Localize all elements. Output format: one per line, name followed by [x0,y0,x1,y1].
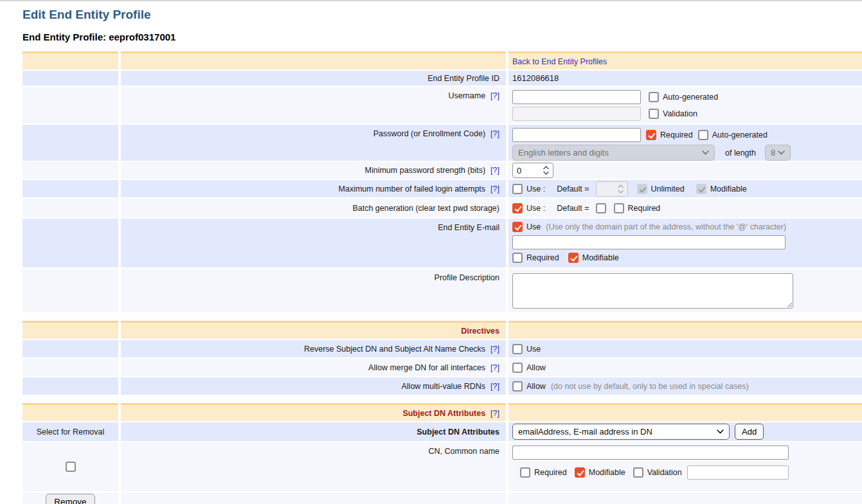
row-spacer-cell [22,71,118,86]
header-spacer-cell [22,321,118,339]
cn-validation-label: Validation [647,468,682,477]
multivalue-rdn-help-link[interactable]: [?] [490,382,499,391]
email-domain-input[interactable] [512,235,786,249]
password-charset-value: English letters and digits [518,148,609,158]
multivalue-rdn-field-cell: Allow (do not use by default, only to be… [508,377,862,395]
back-to-profiles-link[interactable]: Back to End Entity Profiles [512,57,607,66]
row-spacer-cell [22,377,118,395]
reverse-dn-use-label: Use [526,345,541,354]
cn-required-checkbox[interactable] [520,467,530,478]
batch-required-checkbox[interactable] [614,203,624,213]
password-help-link[interactable]: [?] [490,129,499,138]
username-input[interactable] [512,90,641,104]
subject-dn-header: Subject DN Attributes [402,409,485,418]
password-required-checkbox[interactable] [646,130,656,140]
cn-validation-input[interactable] [687,465,789,480]
attributes-label: Subject DN Attributes [417,428,499,437]
chevron-down-icon [717,429,724,434]
max-failed-default-label: Default = [557,184,589,194]
add-attribute-button[interactable]: Add [735,424,764,440]
max-failed-help-link[interactable]: [?] [490,184,499,194]
password-required-label: Required [660,130,693,140]
description-textarea[interactable] [512,273,793,309]
attributes-field-cell: emailAddress, E-mail address in DN Add [508,422,862,441]
username-label: Username [448,91,485,100]
batch-label: Batch generation (clear text pwd storage… [352,204,499,213]
password-label-cell: Password (or Enrollment Code) [?] [121,125,506,161]
remove-button-cell: Remove [22,492,118,504]
max-failed-use-checkbox[interactable] [512,184,523,194]
username-validation-checkbox[interactable] [649,109,659,119]
batch-use-checkbox[interactable] [512,203,523,213]
multivalue-rdn-allow-label: Allow [526,382,546,391]
remove-button[interactable]: Remove [46,494,94,504]
reverse-dn-help-link[interactable]: [?] [490,345,499,354]
select-for-removal-label: Select for Removal [37,428,105,437]
email-required-checkbox[interactable] [512,253,523,263]
max-failed-modifiable-label: Modifiable [710,184,747,194]
reverse-dn-label-cell: Reverse Subject DN and Subject Alt Name … [121,340,506,357]
row-spacer-cell [22,219,118,267]
password-of-length-label: of length [725,148,756,158]
min-strength-help-link[interactable]: [?] [490,166,499,175]
cn-removal-checkbox[interactable] [66,462,76,472]
reverse-dn-label: Reverse Subject DN and Subject Alt Name … [304,345,485,354]
subject-dn-help-link[interactable]: [?] [490,409,499,418]
description-label: Profile Description [435,273,499,282]
multivalue-rdn-hint: (do not use by default, only to be used … [551,382,749,391]
header-spacer-cell [508,321,862,339]
email-modifiable-label: Modifiable [582,253,619,262]
header-spacer-cell [508,403,862,421]
max-failed-label-cell: Maximum number of failed login attempts … [121,180,506,197]
cn-value-input[interactable] [512,446,789,460]
cn-modifiable-checkbox[interactable] [575,467,585,478]
merge-dn-help-link[interactable]: [?] [490,363,499,372]
username-pattern-input [512,107,641,121]
multivalue-rdn-allow-checkbox[interactable] [512,381,523,392]
multivalue-rdn-label-cell: Allow multi-value RDNs [?] [121,377,506,395]
password-autogenerated-checkbox[interactable] [698,130,708,140]
min-strength-value: 0 [517,166,521,176]
row-spacer-cell [22,180,118,197]
max-failed-label: Maximum number of failed login attempts [339,184,486,194]
email-use-checkbox[interactable] [512,222,523,232]
row-spacer-cell [22,269,118,312]
cn-label: CN, Common name [429,447,499,456]
profile-subtitle: End Entity Profile: eeprof0317001 [22,32,862,42]
email-modifiable-checkbox[interactable] [568,253,579,263]
merge-dn-field-cell: Allow [508,359,862,376]
email-hint: (Use only the domain part of the address… [546,222,786,231]
password-input[interactable] [512,128,641,142]
attribute-select[interactable]: emailAddress, E-mail address in DN [512,424,730,440]
row-spacer-cell [22,87,118,123]
row-spacer-cell [121,492,506,504]
select-for-removal-cell: Select for Removal [22,422,118,441]
merge-dn-allow-checkbox[interactable] [512,363,523,373]
password-autogenerated-label: Auto-generated [712,130,768,140]
min-strength-spinner[interactable]: 0 [512,163,553,178]
password-label: Password (or Enrollment Code) [373,129,485,138]
cn-label-cell: CN, Common name [121,442,506,491]
password-length-select: 8 [765,145,791,161]
batch-label-cell: Batch generation (clear text pwd storage… [121,199,506,217]
row-spacer-cell [22,340,118,357]
max-failed-unlimited-checkbox [637,184,647,194]
batch-required-label: Required [628,204,661,213]
merge-dn-label: Allow merge DN for all interfaces [368,363,485,372]
username-help-link[interactable]: [?] [490,91,499,100]
username-autogenerated-checkbox[interactable] [649,92,659,102]
subject-dn-table: Subject DN Attributes [?] Select for Rem… [22,403,862,504]
batch-default-label: Default = [557,204,589,213]
spinner-arrows-icon[interactable] [543,166,549,175]
reverse-dn-use-checkbox[interactable] [512,344,523,354]
batch-default-checkbox[interactable] [596,203,606,213]
description-label-cell: Profile Description [121,269,506,312]
merge-dn-label-cell: Allow merge DN for all interfaces [?] [121,359,506,376]
cn-validation-checkbox[interactable] [633,467,643,478]
page-title: Edit End Entity Profile [22,8,862,22]
chevron-down-icon [702,150,709,155]
username-autogenerated-label: Auto-generated [663,93,718,102]
cn-removal-checkbox-cell [22,442,118,491]
merge-dn-allow-label: Allow [526,363,546,372]
header-spacer-cell [22,51,118,69]
